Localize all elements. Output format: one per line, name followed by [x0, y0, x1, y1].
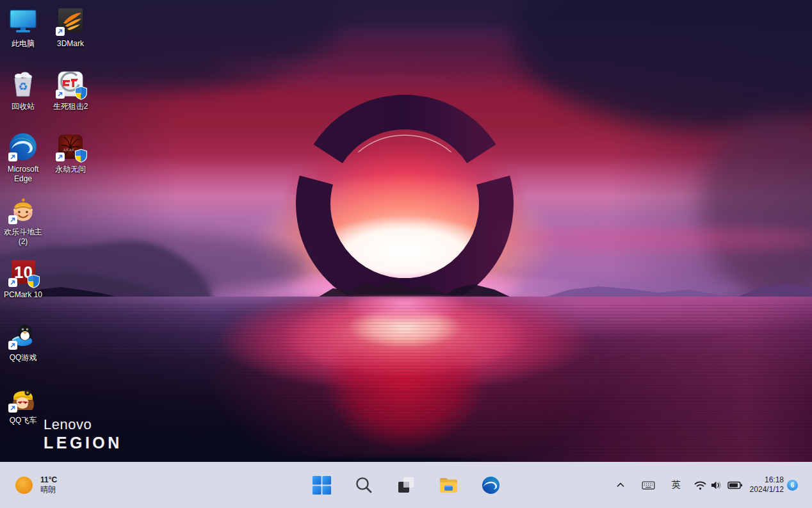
shortcut-arrow [8, 404, 17, 413]
recycle-bin-icon: ♻ [8, 69, 38, 99]
ime-label: 英 [672, 479, 681, 491]
this-pc-icon [8, 6, 38, 37]
desktop-icon-qq-speed[interactable]: QQ飞车 [0, 382, 50, 425]
ime-button[interactable]: 英 [667, 472, 686, 498]
desktop-icon-pcmark-10[interactable]: 10 PCMark 10 [0, 257, 50, 300]
shortcut-arrow [56, 152, 65, 161]
taskbar-clock[interactable]: 16:18 2024/1/12 [750, 475, 784, 495]
clock-time: 16:18 [750, 475, 784, 485]
file-explorer-button[interactable] [435, 472, 461, 498]
icon-label: 回收站 [12, 102, 35, 111]
shortcut-arrow [8, 278, 17, 287]
svg-text:ARAK: ARAK [63, 148, 75, 152]
icon-label: 此电脑 [12, 39, 35, 49]
edge-taskbar-button[interactable] [478, 472, 503, 498]
wifi-icon [694, 479, 707, 492]
icon-label: QQ飞车 [10, 416, 37, 425]
brand-legion: LEGION [44, 434, 122, 452]
wallpaper-brand: Lenovo LEGION [44, 416, 122, 452]
icon-label: 3DMark [57, 39, 84, 49]
search-icon [354, 475, 373, 495]
touch-keyboard-button[interactable] [639, 472, 658, 498]
search-button[interactable] [351, 472, 377, 498]
wallpaper: Lenovo LEGION [0, 0, 812, 508]
desktop-icon-huanle-doudizhu[interactable]: 欢乐斗地主 (2) [0, 194, 50, 247]
battery-icon [727, 479, 743, 492]
icon-label: Microsoft Edge [3, 165, 44, 184]
icon-label: 永劫无间 [55, 165, 86, 174]
shortcut-arrow [8, 215, 17, 224]
shortcut-arrow [56, 27, 65, 36]
icon-label: 欢乐斗地主 (2) [1, 227, 45, 247]
keyboard-icon [642, 479, 655, 492]
volume-icon [710, 479, 723, 492]
clock-date: 2024/1/12 [750, 485, 784, 495]
file-explorer-icon [438, 475, 459, 496]
start-button[interactable] [309, 472, 334, 498]
shortcut-arrow [8, 152, 17, 161]
taskbar-app-squares[interactable] [393, 472, 419, 498]
desktop: Lenovo LEGION 此电脑 [0, 0, 812, 508]
chevron-up-icon [615, 479, 626, 491]
svg-text:♻: ♻ [18, 80, 28, 93]
tray-chevron-button[interactable] [611, 472, 630, 498]
brand-lenovo: Lenovo [44, 416, 122, 433]
shortcut-arrow [8, 341, 17, 350]
icon-label: 生死狙击2 [53, 102, 88, 111]
system-tray-group[interactable] [694, 479, 743, 492]
icon-label: PCMark 10 [4, 290, 42, 300]
desktop-icon-microsoft-edge[interactable]: Microsoft Edge [0, 131, 50, 184]
desktop-icon-yongjie-wujian[interactable]: ARAK 永劫无间 [44, 131, 97, 174]
desktop-icon-qq-games[interactable]: QQ游戏 [0, 320, 50, 363]
taskbar: 11°C 晴朗 [0, 462, 812, 508]
uac-shield [74, 86, 88, 100]
edge-icon [481, 475, 501, 495]
app-squares-icon [396, 475, 416, 495]
uac-shield [27, 274, 40, 288]
shortcut-arrow [56, 90, 65, 99]
desktop-icon-recycle-bin[interactable]: ♻ 回收站 [0, 69, 50, 111]
desktop-icon-3dmark[interactable]: 3DMark [44, 6, 97, 49]
notification-badge[interactable]: 6 [787, 480, 798, 491]
uac-shield [74, 149, 88, 163]
icon-label: QQ游戏 [10, 353, 37, 363]
desktop-icon-shengsi-juji-2[interactable]: 生死狙击2 [44, 69, 97, 111]
windows-logo-icon [312, 475, 332, 495]
desktop-icon-this-pc[interactable]: 此电脑 [0, 6, 50, 49]
